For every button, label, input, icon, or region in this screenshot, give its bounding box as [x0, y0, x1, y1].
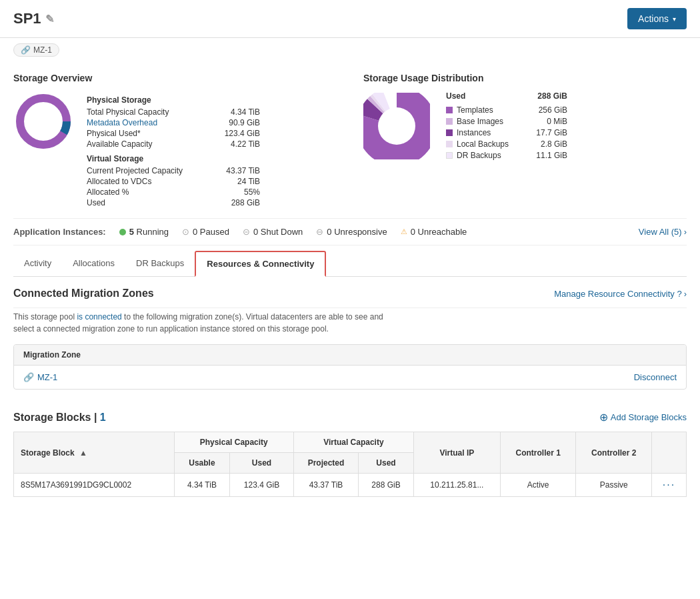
usable-val: 4.34 TiB	[187, 480, 217, 490]
allocated-pct-label: Allocated %	[87, 187, 193, 197]
used-header-value: 288 GiB	[537, 91, 567, 101]
pie-chart	[363, 93, 430, 159]
sb-col-vip: Virtual IP	[413, 432, 500, 474]
storage-blocks-header: Storage Blocks | 1 ⊕ Add Storage Blocks	[13, 400, 687, 432]
stat-row: Metadata Overhead 90.9 GiB	[87, 118, 260, 127]
local-backups-color	[446, 141, 453, 147]
separator	[13, 308, 687, 308]
used-phy-value: 123.4 GiB	[230, 474, 294, 497]
top-bar: SP1 ✎ Actions ▾	[0, 0, 700, 38]
overview-section: Storage Overview Physical Storage Total …	[13, 62, 687, 219]
ctrl1-val: Active	[527, 480, 549, 490]
usage-inner: Used 288 GiB Templates 256 GiB Base Imag…	[363, 91, 687, 160]
running-count: 5 Running	[129, 227, 169, 237]
disconnect-link[interactable]: Disconnect	[634, 372, 677, 382]
tab-activity[interactable]: Activity	[13, 251, 62, 277]
storage-overview-inner: Physical Storage Total Physical Capacity…	[13, 91, 337, 207]
paused-icon: ⊙	[182, 227, 189, 237]
block-name-value: 8S5M17A3691991DG9CL0002	[21, 480, 131, 490]
tab-dr-backups[interactable]: DR Backups	[125, 251, 195, 277]
shutdown-icon: ⊝	[243, 227, 250, 237]
mz-badge[interactable]: 🔗 MZ-1	[13, 43, 59, 57]
used-virt-label: Used	[376, 458, 395, 468]
mz-table-row: 🔗 MZ-1 Disconnect	[14, 366, 686, 389]
metadata-label[interactable]: Metadata Overhead	[87, 118, 193, 127]
tab-allocations[interactable]: Allocations	[62, 251, 125, 277]
instances-legend-label: Instances	[457, 128, 523, 137]
mz-link-icon: 🔗	[23, 372, 34, 382]
dr-backups-color	[446, 152, 453, 159]
ctrl1-value: Active	[500, 474, 576, 497]
actions-button[interactable]: Actions ▾	[627, 8, 687, 29]
storage-blocks-title: Storage Blocks | 1	[13, 412, 106, 424]
allocated-vdc-label: Allocated to VDCs	[87, 177, 193, 186]
tab-resources-connectivity[interactable]: Resources & Connectivity	[195, 251, 326, 277]
edit-icon[interactable]: ✎	[45, 13, 54, 25]
paused-instances: ⊙ 0 Paused	[182, 227, 229, 237]
add-storage-blocks-btn[interactable]: ⊕ Add Storage Blocks	[599, 411, 687, 424]
legend-row-base: Base Images 0 MiB	[446, 117, 567, 126]
main-content: Storage Overview Physical Storage Total …	[0, 62, 700, 497]
dr-backups-label: DR Backups	[457, 151, 523, 160]
migration-zones-section-header: Connected Migration Zones Manage Resourc…	[13, 277, 687, 305]
stat-row: Current Projected Capacity 43.37 TiB	[87, 166, 260, 175]
view-all-link[interactable]: View All (5) ›	[639, 227, 687, 237]
used-header-label: Used	[446, 91, 465, 101]
mz-link[interactable]: 🔗 MZ-1	[23, 372, 57, 382]
used-phy-label: Used	[252, 458, 271, 468]
instances-value: 17.7 GiB	[527, 128, 567, 137]
virtual-storage-title: Virtual Storage	[87, 154, 260, 163]
running-dot	[119, 229, 126, 235]
total-capacity-label: Total Physical Capacity	[87, 107, 193, 117]
vip-col-label: Virtual IP	[439, 448, 474, 458]
virtual-col-label: Virtual Capacity	[323, 438, 383, 447]
projected-value: 43.37 TiB	[293, 474, 358, 497]
donut-svg	[13, 91, 73, 151]
link-icon: 🔗	[21, 45, 31, 55]
templates-label: Templates	[457, 105, 523, 115]
mz-row-label: MZ-1	[37, 372, 57, 382]
migration-zones-title: Connected Migration Zones	[13, 287, 154, 300]
pie-svg	[363, 93, 430, 159]
storage-blocks-count: 1	[100, 412, 106, 423]
legend-header: Used 288 GiB	[446, 91, 567, 101]
used-value: 288 GiB	[207, 198, 260, 207]
page-title: SP1	[13, 10, 41, 27]
sb-table-header-group: Storage Block ▲ Physical Capacity Virtua…	[14, 432, 687, 453]
sb-usable-col: Usable	[174, 453, 230, 474]
mz-column-header: Migration Zone	[23, 350, 81, 360]
base-images-value: 0 MiB	[527, 117, 567, 126]
base-images-color	[446, 118, 453, 125]
row-actions[interactable]: ···	[652, 474, 687, 497]
usable-label: Usable	[189, 458, 215, 468]
sort-arrow-icon[interactable]: ▲	[79, 448, 87, 458]
sb-col-virtual: Virtual Capacity	[293, 432, 413, 453]
shutdown-instances: ⊝ 0 Shut Down	[243, 227, 303, 237]
chevron-right-icon: ›	[684, 289, 687, 299]
legend-row-templates: Templates 256 GiB	[446, 105, 567, 115]
stat-row: Total Physical Capacity 4.34 TiB	[87, 107, 260, 117]
donut-chart	[13, 91, 73, 151]
ctrl2-value: Passive	[576, 474, 652, 497]
stat-row: Allocated to VDCs 24 TiB	[87, 177, 260, 186]
migration-zones-table: Migration Zone 🔗 MZ-1 Disconnect	[13, 344, 687, 390]
sb-col-block: Storage Block ▲	[14, 432, 175, 474]
stat-row: Used 288 GiB	[87, 198, 260, 207]
manage-connectivity-link[interactable]: Manage Resource Connectivity ? ›	[554, 289, 687, 299]
row-dots-menu[interactable]: ···	[663, 479, 675, 490]
sb-projected-col: Projected	[293, 453, 358, 474]
used-virt-value: 288 GiB	[359, 474, 414, 497]
svg-point-1	[20, 98, 67, 145]
sb-col-physical: Physical Capacity	[174, 432, 293, 453]
mz-table-header: Migration Zone	[14, 345, 686, 366]
usage-legend: Used 288 GiB Templates 256 GiB Base Imag…	[446, 91, 567, 160]
unreachable-count: 0 Unreachable	[411, 227, 467, 237]
running-instances: 5 Running	[119, 227, 169, 237]
base-images-label: Base Images	[457, 117, 523, 126]
tabs-bar: Activity Allocations DR Backups Resource…	[13, 251, 687, 277]
vip-value: 10.211.25.81...	[413, 474, 500, 497]
storage-usage: Storage Usage Distribution	[363, 73, 687, 207]
app-instances-bar: Application Instances: 5 Running ⊙ 0 Pau…	[13, 219, 687, 245]
unresponsive-instances: ⊖ 0 Unresponsive	[316, 227, 387, 237]
stat-row: Allocated % 55%	[87, 187, 260, 197]
